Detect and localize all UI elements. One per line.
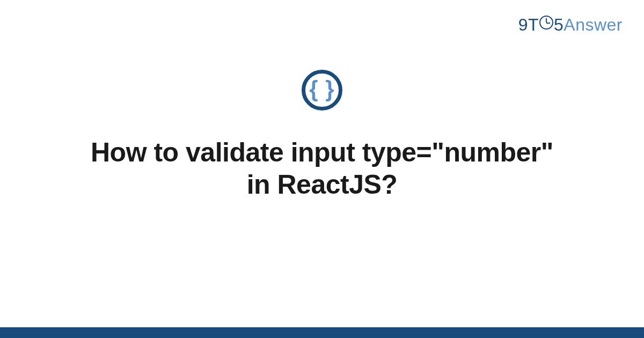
main-content: { } How to validate input type="number" … (0, 70, 644, 201)
page-title: How to validate input type="number" in R… (80, 136, 564, 201)
logo-text-right: Answer (564, 15, 623, 35)
footer-bar (0, 327, 644, 338)
logo-text-mid: 5 (554, 15, 564, 35)
code-braces-icon: { } (302, 70, 342, 111)
site-logo: 9T 5 Answer (518, 15, 623, 35)
clock-icon (539, 16, 553, 30)
braces-glyph: { } (309, 78, 334, 100)
logo-text-left: 9T (518, 15, 539, 35)
